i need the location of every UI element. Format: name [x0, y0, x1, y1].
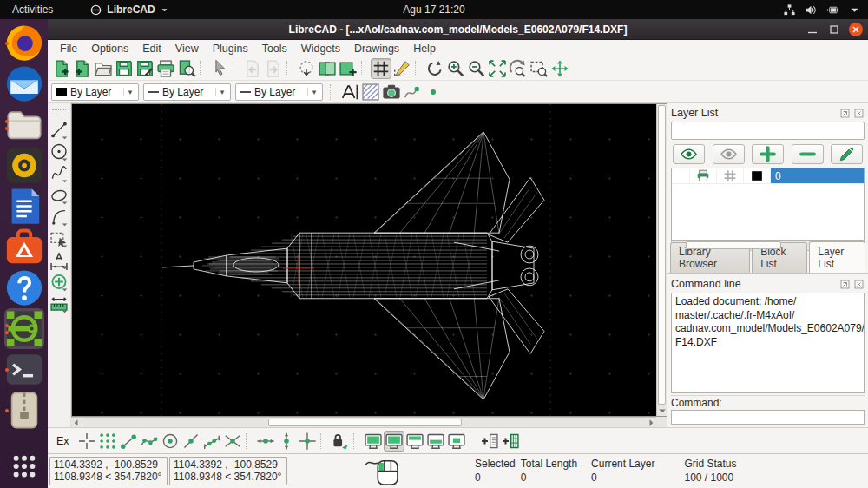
- snap-intersection-button[interactable]: [222, 431, 243, 452]
- menu-widgets[interactable]: Widgets: [294, 43, 347, 55]
- draft-view-5-button[interactable]: [446, 431, 467, 452]
- line-width-combo[interactable]: By Layer ▾: [143, 83, 231, 101]
- draft-view-3-button[interactable]: [404, 431, 425, 452]
- dimension-tools-button[interactable]: [49, 249, 69, 271]
- restore-button[interactable]: [827, 23, 841, 36]
- minimize-button[interactable]: [806, 23, 819, 36]
- redraw-button[interactable]: [424, 58, 445, 79]
- edit-layer-button[interactable]: [831, 144, 863, 164]
- battery-indicator[interactable]: [826, 3, 839, 16]
- tray-caret[interactable]: [848, 3, 861, 16]
- snap-free-button[interactable]: [76, 431, 97, 452]
- float-panel-button[interactable]: [839, 279, 851, 290]
- divide-tools-button[interactable]: [49, 271, 69, 293]
- snap-distance-button[interactable]: [201, 431, 222, 452]
- dock-thunderbird[interactable]: [4, 63, 44, 104]
- layer-select-cell[interactable]: [672, 168, 690, 183]
- add-layer-button[interactable]: [752, 144, 784, 164]
- dock-firefox[interactable]: [4, 23, 44, 63]
- kill-all-selections-button[interactable]: [296, 58, 317, 79]
- restrict-orthogonal-button[interactable]: [297, 431, 318, 452]
- float-panel-button[interactable]: [839, 108, 851, 119]
- zoom-window-button[interactable]: [529, 58, 549, 79]
- select-tools-button[interactable]: [49, 228, 69, 249]
- menu-edit[interactable]: Edit: [135, 43, 168, 55]
- dock-terminal[interactable]: [4, 349, 44, 390]
- volume-indicator[interactable]: [805, 3, 818, 16]
- print-button[interactable]: [155, 58, 176, 79]
- dock-help[interactable]: [4, 267, 44, 308]
- new-from-template-button[interactable]: [72, 58, 93, 79]
- isometric-grid-button[interactable]: [391, 58, 412, 79]
- arc-tools-button[interactable]: [49, 206, 69, 228]
- app-menu-button[interactable]: LibreCAD: [89, 3, 168, 16]
- save-drawing-button[interactable]: [114, 58, 135, 79]
- hscroll-thumb[interactable]: [686, 241, 781, 249]
- menu-drawings[interactable]: Drawings: [347, 43, 406, 55]
- clock[interactable]: Agu 17 21:20: [403, 3, 464, 16]
- measure-tools-button[interactable]: [49, 293, 69, 314]
- mtext-button[interactable]: [339, 82, 360, 102]
- show-applications-button[interactable]: [4, 445, 44, 486]
- save-as-button[interactable]: [135, 58, 155, 79]
- point-button[interactable]: [423, 82, 444, 102]
- polyline-button[interactable]: [402, 82, 423, 102]
- close-panel-button[interactable]: [853, 108, 865, 119]
- drawing-canvas[interactable]: [72, 104, 656, 416]
- dock-librecad[interactable]: [4, 308, 44, 349]
- snap-grid-button[interactable]: [97, 431, 118, 452]
- line-type-combo[interactable]: By Layer ▾: [235, 83, 323, 101]
- hide-all-layers-button[interactable]: [713, 144, 745, 164]
- command-input[interactable]: [671, 410, 865, 425]
- circle-tools-button[interactable]: [49, 141, 69, 162]
- canvas-hscrollbar[interactable]: [71, 417, 656, 427]
- ellipse-tools-button[interactable]: [49, 184, 69, 206]
- close-panel-button[interactable]: [853, 279, 865, 290]
- spline-tools-button[interactable]: [49, 162, 69, 184]
- restrict-vertical-button[interactable]: [276, 431, 297, 452]
- lock-relative-zero-button[interactable]: [330, 431, 351, 452]
- restrict-horizontal-button[interactable]: [255, 431, 276, 452]
- insert-image-button[interactable]: [381, 82, 402, 102]
- snap-endpoints-button[interactable]: [118, 431, 139, 452]
- selection-pointer-button[interactable]: [209, 58, 230, 79]
- dock-files[interactable]: [4, 104, 44, 145]
- network-indicator[interactable]: [783, 3, 796, 16]
- new-drawing-button[interactable]: [51, 58, 72, 79]
- layer-filter-input[interactable]: [671, 122, 865, 140]
- menu-view[interactable]: View: [168, 43, 206, 55]
- hatch-button[interactable]: [360, 82, 381, 102]
- snap-middle-button[interactable]: [181, 431, 201, 452]
- add-entities-to-list-button[interactable]: [479, 431, 500, 452]
- menu-plugins[interactable]: Plugins: [206, 43, 255, 55]
- layer-name[interactable]: 0: [771, 168, 864, 183]
- menu-file[interactable]: File: [53, 43, 84, 55]
- menu-tools[interactable]: Tools: [255, 43, 294, 55]
- auto-zoom-button[interactable]: [487, 58, 508, 79]
- activities-button[interactable]: Activities: [0, 0, 65, 19]
- grid-toggle-button[interactable]: [371, 58, 391, 79]
- undo-button[interactable]: [242, 58, 263, 79]
- window-list-button[interactable]: [317, 58, 338, 79]
- open-drawing-button[interactable]: [93, 58, 114, 79]
- color-combo[interactable]: By Layer ▾: [51, 83, 139, 101]
- snap-center-button[interactable]: [160, 431, 181, 452]
- print-preview-button[interactable]: [176, 58, 197, 79]
- layer-row[interactable]: 0: [672, 168, 864, 184]
- layer-construction-toggle[interactable]: [717, 168, 744, 183]
- menu-options[interactable]: Options: [84, 43, 135, 55]
- zoom-pan-button[interactable]: [549, 58, 570, 79]
- layer-color-swatch[interactable]: [744, 168, 771, 183]
- dock-rhythmbox[interactable]: [4, 145, 44, 186]
- snap-on-entity-button[interactable]: [139, 431, 160, 452]
- vscroll-thumb[interactable]: [658, 105, 666, 405]
- add-selection-to-list-button[interactable]: [500, 431, 521, 452]
- redo-button[interactable]: [263, 58, 284, 79]
- previous-view-button[interactable]: [508, 58, 529, 79]
- hscroll-thumb[interactable]: [268, 419, 462, 426]
- canvas-vscrollbar[interactable]: [656, 104, 667, 416]
- layer-print-toggle[interactable]: [690, 168, 717, 183]
- layer-list-hscrollbar[interactable]: [671, 241, 865, 251]
- dock-libreoffice-writer[interactable]: [4, 186, 44, 227]
- line-tools-button[interactable]: [49, 119, 69, 141]
